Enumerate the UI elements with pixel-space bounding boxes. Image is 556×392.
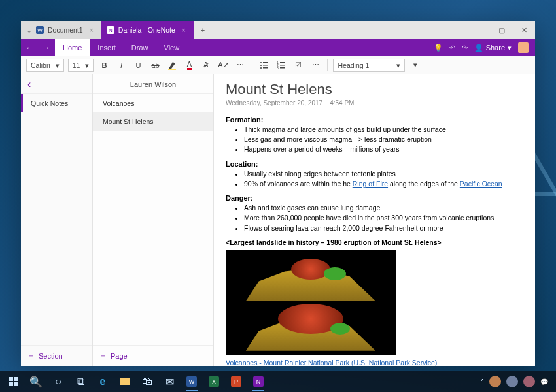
- minimize-button[interactable]: —: [468, 21, 491, 39]
- font-family-select[interactable]: Calibri▾: [26, 59, 64, 72]
- undo-icon[interactable]: ↶: [449, 44, 455, 52]
- embedded-image-volcano[interactable]: [226, 250, 396, 355]
- tab-label: Document1: [48, 26, 83, 34]
- ribbon-tab-draw[interactable]: Draw: [124, 39, 156, 56]
- user-avatar[interactable]: [518, 42, 529, 53]
- svg-rect-15: [9, 382, 13, 386]
- list-item: Thick magma and large amounts of gas bui…: [244, 125, 523, 135]
- location-list: Usually exist along edges between tecton…: [244, 169, 523, 189]
- onenote-taskbar-icon[interactable]: N: [249, 372, 268, 391]
- section-item-quick-notes[interactable]: Quick Notes: [21, 94, 92, 112]
- page-item-volcanoes[interactable]: Volcanoes: [93, 94, 213, 112]
- excel-taskbar-icon[interactable]: X: [204, 372, 224, 391]
- svg-rect-13: [9, 377, 13, 381]
- onenote-window: ⌄ W Document1 × N Daniela - OneNote × + …: [21, 21, 535, 366]
- note-timestamp: Wednesday, September 20, 2017 4:54 PM: [226, 99, 523, 106]
- ribbon-tab-home[interactable]: Home: [55, 39, 90, 56]
- chevron-down-icon: ▾: [85, 61, 89, 69]
- highlight-button[interactable]: [165, 59, 179, 72]
- ribbon-tab-view[interactable]: View: [156, 39, 188, 56]
- lightbulb-icon[interactable]: 💡: [434, 44, 443, 52]
- ribbon-tab-insert[interactable]: Insert: [90, 39, 124, 56]
- windows-taskbar: 🔍 ○ ⧉ e 🛍 ✉ W X P N ˄ 💬: [0, 371, 556, 392]
- file-explorer-icon[interactable]: [115, 372, 135, 391]
- formatting-toolbar: Calibri▾ 11▾ B I U ab A A̷ A↗ ⋯ 123 ☑ ⋯ …: [21, 56, 535, 74]
- share-label: Share: [486, 44, 505, 52]
- bold-button[interactable]: B: [97, 59, 111, 72]
- share-button[interactable]: 👤 Share ▾: [474, 44, 512, 52]
- mail-icon[interactable]: ✉: [160, 372, 179, 391]
- page-item-mount-st-helens[interactable]: Mount St Helens: [93, 112, 213, 131]
- word-taskbar-icon[interactable]: W: [182, 372, 201, 391]
- danger-heading: Danger:: [226, 194, 523, 202]
- sections-header[interactable]: ‹: [21, 74, 92, 94]
- paragraph-more-button[interactable]: ⋯: [309, 59, 322, 72]
- font-size-select[interactable]: 11▾: [68, 59, 94, 72]
- back-icon[interactable]: ‹: [27, 78, 31, 90]
- font-color-button[interactable]: A: [182, 59, 196, 72]
- list-item: Usually exist along edges between tecton…: [244, 169, 523, 179]
- pacific-ocean-link[interactable]: Pacific Ocean: [460, 180, 502, 188]
- add-page-button[interactable]: ＋ Page: [93, 345, 213, 366]
- list-item: Flows of searing lava can reach 2,000 de…: [244, 223, 523, 233]
- window-tab-onenote[interactable]: N Daniela - OneNote ×: [101, 21, 194, 39]
- cortana-button[interactable]: ○: [48, 372, 68, 391]
- tray-contact-icon[interactable]: [506, 376, 518, 387]
- maximize-button[interactable]: ▢: [491, 21, 513, 39]
- window-titlebar: ⌄ W Document1 × N Daniela - OneNote × + …: [21, 21, 535, 39]
- styles-more-button[interactable]: ▾: [409, 59, 422, 72]
- store-icon[interactable]: 🛍: [137, 372, 157, 391]
- bullet-list-button[interactable]: [258, 59, 271, 72]
- add-section-label: Section: [39, 352, 63, 360]
- system-tray[interactable]: ˄ 💬: [481, 376, 552, 387]
- word-icon: W: [36, 26, 44, 34]
- numbered-list-button[interactable]: 123: [275, 59, 288, 72]
- svg-rect-16: [14, 382, 18, 386]
- notebook-header[interactable]: Lauren Wilson: [93, 74, 213, 94]
- add-page-label: Page: [111, 352, 128, 360]
- svg-rect-14: [14, 377, 18, 381]
- svg-rect-12: [280, 67, 285, 69]
- share-icon: 👤: [474, 44, 483, 52]
- image-source-link[interactable]: Volcanoes - Mount Rainier National Park …: [226, 359, 437, 366]
- svg-rect-10: [280, 65, 285, 66]
- window-tab-document1[interactable]: ⌄ W Document1 ×: [21, 21, 101, 39]
- underline-button[interactable]: U: [131, 59, 145, 72]
- svg-point-1: [260, 62, 262, 63]
- nav-back-button[interactable]: ←: [21, 39, 38, 56]
- heading-style-select[interactable]: Heading 1▾: [333, 59, 405, 72]
- redo-icon[interactable]: ↷: [462, 44, 468, 52]
- note-canvas[interactable]: Mount St Helens Wednesday, September 20,…: [214, 74, 535, 366]
- start-button[interactable]: [4, 372, 24, 391]
- svg-point-3: [260, 65, 262, 66]
- format-painter-button[interactable]: A↗: [217, 59, 230, 72]
- ring-of-fire-link[interactable]: Ring of Fire: [353, 180, 388, 188]
- edge-icon[interactable]: e: [93, 372, 113, 391]
- new-tab-button[interactable]: +: [194, 21, 212, 39]
- italic-button[interactable]: I: [114, 59, 128, 72]
- close-window-button[interactable]: ✕: [513, 21, 535, 39]
- tray-chevron-icon[interactable]: ˄: [481, 378, 484, 385]
- chevron-down-icon: ▾: [56, 61, 60, 69]
- close-tab-icon[interactable]: ×: [182, 26, 186, 34]
- chevron-down-icon: ▾: [508, 44, 512, 52]
- nav-forward-button[interactable]: →: [38, 39, 55, 56]
- close-tab-icon[interactable]: ×: [90, 26, 94, 34]
- list-item: More than 260,000 people have died in th…: [244, 213, 523, 223]
- checkbox-list-button[interactable]: ☑: [292, 59, 305, 72]
- task-view-button[interactable]: ⧉: [71, 372, 90, 391]
- note-title[interactable]: Mount St Helens: [226, 81, 523, 98]
- search-button[interactable]: 🔍: [26, 372, 46, 391]
- powerpoint-taskbar-icon[interactable]: P: [226, 372, 246, 391]
- more-formatting-button[interactable]: ⋯: [234, 59, 247, 72]
- add-section-button[interactable]: ＋ Section: [21, 345, 92, 366]
- plus-icon: ＋: [99, 351, 107, 361]
- chevron-down-icon: ▾: [396, 61, 400, 69]
- tray-contact-icon[interactable]: [523, 376, 535, 387]
- tray-contact-icon[interactable]: [489, 376, 501, 387]
- list-item: 90% of volcanoes are within the he Ring …: [244, 179, 523, 189]
- notifications-icon[interactable]: 💬: [540, 378, 548, 385]
- clear-formatting-button[interactable]: A̷: [200, 59, 213, 72]
- svg-rect-2: [263, 62, 268, 63]
- strikethrough-button[interactable]: ab: [148, 59, 162, 72]
